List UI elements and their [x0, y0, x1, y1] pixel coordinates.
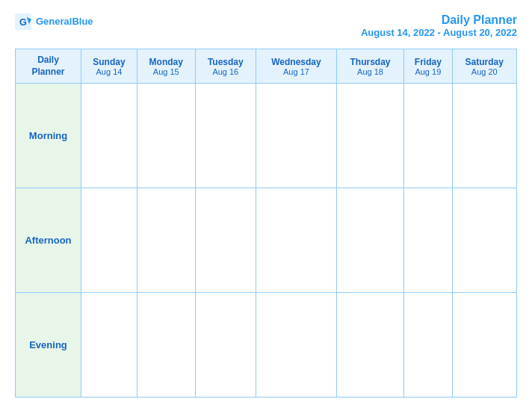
page-title: Daily Planner: [361, 13, 517, 27]
day-date-saturday: Aug 20: [456, 67, 513, 76]
day-date-monday: Aug 15: [140, 67, 192, 76]
row-evening: Evening: [16, 293, 517, 398]
day-name-thursday: Thursday: [340, 57, 400, 67]
table-label-header: Daily Planner: [16, 49, 81, 84]
cell-evening-monday[interactable]: [137, 293, 195, 398]
day-date-friday: Aug 19: [407, 67, 448, 76]
cell-morning-monday[interactable]: [137, 84, 195, 188]
col-header-tuesday: Tuesday Aug 16: [195, 49, 256, 84]
title-area: Daily Planner August 14, 2022 - August 2…: [361, 13, 517, 38]
row-afternoon: Afternoon: [16, 188, 517, 293]
day-date-sunday: Aug 14: [84, 67, 134, 76]
cell-morning-tuesday[interactable]: [195, 84, 256, 188]
time-label-evening: Evening: [16, 293, 81, 398]
cell-morning-friday[interactable]: [404, 84, 452, 188]
header: G GeneralBlue Daily Planner August 14, 2…: [15, 13, 517, 38]
logo-area: G GeneralBlue: [15, 13, 93, 30]
page: G GeneralBlue Daily Planner August 14, 2…: [0, 0, 532, 411]
col-header-wednesday: Wednesday Aug 17: [256, 49, 336, 84]
row-morning: Morning: [16, 84, 517, 188]
date-range: August 14, 2022 - August 20, 2022: [361, 27, 517, 38]
cell-afternoon-wednesday[interactable]: [256, 188, 336, 293]
cell-afternoon-thursday[interactable]: [336, 188, 403, 293]
calendar-table: Daily Planner Sunday Aug 14 Monday Aug 1…: [15, 49, 517, 398]
day-name-tuesday: Tuesday: [199, 57, 253, 67]
col-header-friday: Friday Aug 19: [404, 49, 452, 84]
logo-blue: Blue: [72, 16, 93, 27]
day-date-tuesday: Aug 16: [199, 67, 253, 76]
cell-morning-sunday[interactable]: [81, 84, 137, 188]
cell-evening-wednesday[interactable]: [256, 293, 336, 398]
cell-evening-tuesday[interactable]: [195, 293, 256, 398]
cell-evening-sunday[interactable]: [81, 293, 137, 398]
column-header-row: Daily Planner Sunday Aug 14 Monday Aug 1…: [16, 49, 517, 84]
day-date-wednesday: Aug 17: [259, 67, 333, 76]
logo-text: GeneralBlue: [36, 16, 93, 28]
col-header-monday: Monday Aug 15: [137, 49, 195, 84]
cell-afternoon-friday[interactable]: [404, 188, 452, 293]
cell-evening-thursday[interactable]: [336, 293, 403, 398]
time-label-morning: Morning: [16, 84, 81, 188]
day-name-friday: Friday: [407, 57, 448, 67]
day-date-thursday: Aug 18: [340, 67, 400, 76]
time-label-afternoon: Afternoon: [16, 188, 81, 293]
day-name-saturday: Saturday: [456, 57, 513, 67]
cell-morning-thursday[interactable]: [336, 84, 403, 188]
day-name-sunday: Sunday: [84, 57, 134, 67]
cell-afternoon-sunday[interactable]: [81, 188, 137, 293]
cell-morning-saturday[interactable]: [452, 84, 516, 188]
col-header-saturday: Saturday Aug 20: [452, 49, 516, 84]
cell-evening-friday[interactable]: [404, 293, 452, 398]
cell-afternoon-tuesday[interactable]: [195, 188, 256, 293]
col-header-thursday: Thursday Aug 18: [336, 49, 403, 84]
day-name-wednesday: Wednesday: [259, 57, 333, 67]
cell-evening-saturday[interactable]: [452, 293, 516, 398]
cell-afternoon-saturday[interactable]: [452, 188, 516, 293]
svg-text:G: G: [19, 17, 27, 28]
cell-afternoon-monday[interactable]: [137, 188, 195, 293]
label-row2: Planner: [31, 67, 64, 77]
col-header-sunday: Sunday Aug 14: [81, 49, 137, 84]
label-row1: Daily: [37, 55, 59, 65]
cell-morning-wednesday[interactable]: [256, 84, 336, 188]
day-name-monday: Monday: [140, 57, 192, 67]
logo-general: General: [36, 16, 72, 27]
generalblue-logo-icon: G: [15, 13, 31, 30]
